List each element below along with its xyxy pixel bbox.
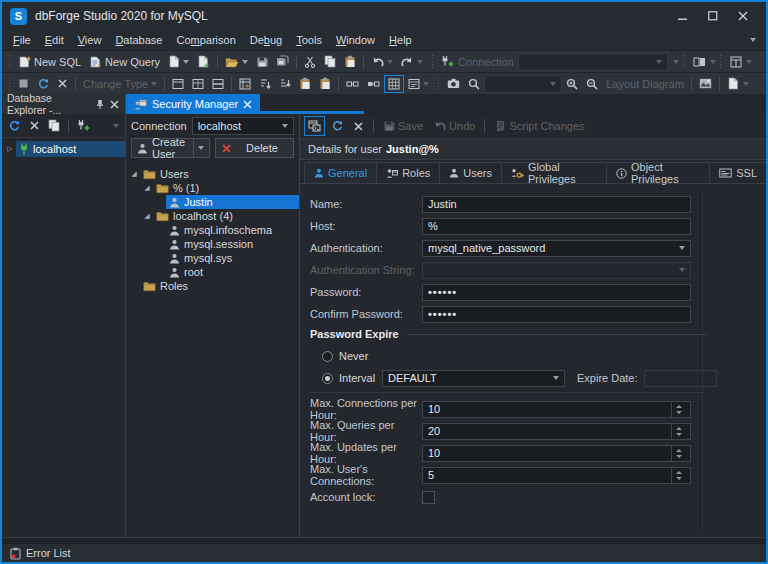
script-window-button[interactable] (304, 116, 325, 136)
toolbar-overflow-caret-icon[interactable] (673, 60, 679, 64)
tree-expander-icon[interactable]: ▷ (4, 145, 16, 153)
script-changes-button[interactable]: Script Changes (490, 116, 588, 136)
undo-button[interactable] (367, 53, 397, 71)
password-input[interactable]: •••••• (422, 284, 691, 301)
details-close-button[interactable] (349, 116, 368, 136)
save-button[interactable] (252, 53, 272, 71)
stop-button[interactable] (14, 75, 33, 93)
grid-view-button[interactable] (384, 75, 404, 93)
tab-roles[interactable]: Roles (376, 162, 440, 183)
menu-item-window[interactable]: Window (329, 32, 382, 48)
explorer-overflow-caret-icon[interactable] (113, 124, 119, 128)
tree-item-mysql-sys[interactable]: mysql.sys (126, 251, 299, 265)
explorer-refresh-button[interactable] (5, 117, 23, 135)
spinner-arrows-icon[interactable] (671, 446, 685, 461)
create-user-dropdown[interactable] (193, 139, 204, 157)
new-sql-button[interactable]: New SQL (14, 53, 85, 71)
redo-button[interactable] (397, 53, 427, 71)
spinner-arrows-icon[interactable] (671, 402, 685, 417)
connection-combobox[interactable] (518, 53, 668, 71)
export-image-button[interactable] (695, 75, 716, 93)
max-updates-per-hour-stepper[interactable]: 10 (422, 445, 691, 462)
host-input[interactable]: % (422, 218, 691, 235)
new-query-button[interactable]: New Query (85, 53, 164, 71)
account-lock-checkbox[interactable] (422, 491, 435, 504)
menu-item-comparison[interactable]: Comparison (169, 32, 242, 48)
sort-asc-button[interactable] (255, 75, 275, 93)
zoom-out-button[interactable] (582, 75, 602, 93)
never-radio[interactable] (322, 351, 333, 362)
spinner-arrows-icon[interactable] (671, 424, 685, 439)
close-document-button[interactable] (53, 75, 72, 93)
tree-expander-icon[interactable]: ◢ (141, 212, 153, 220)
security-connection-combobox[interactable]: localhost (192, 117, 294, 135)
result-view-button[interactable] (188, 75, 208, 93)
screenshot-button[interactable] (443, 75, 464, 93)
minimize-button[interactable] (668, 5, 698, 27)
tree-item-justin[interactable]: Justin (126, 195, 299, 209)
pivot-button[interactable] (235, 75, 255, 93)
delete-user-button[interactable]: Delete (215, 138, 294, 158)
menu-item-database[interactable]: Database (108, 32, 169, 48)
toolbar-overflow-caret-icon[interactable] (746, 60, 752, 64)
tree-item-mysql-session[interactable]: mysql.session (126, 237, 299, 251)
explorer-duplicate-button[interactable] (45, 117, 63, 135)
create-user-button[interactable]: Create User (131, 138, 210, 158)
new-window-button[interactable]: "> (193, 53, 214, 71)
tab-users[interactable]: Users (439, 162, 502, 183)
details-undo-button[interactable]: Undo (429, 116, 479, 136)
open-file-button[interactable] (221, 53, 252, 71)
tree-expander-icon[interactable]: ◢ (128, 170, 140, 178)
maximize-button[interactable] (698, 5, 728, 27)
change-type-button[interactable]: Change Type (79, 75, 161, 93)
tree-item-roles[interactable]: Roles (126, 279, 299, 293)
new-connection-button[interactable] (437, 53, 458, 71)
menu-item-help[interactable]: Help (382, 32, 419, 48)
confirm-password-input[interactable]: •••••• (422, 306, 691, 323)
layout-diagram-button[interactable]: Layout Diagram (602, 75, 688, 93)
paste-append-button[interactable] (315, 75, 335, 93)
spinner-arrows-icon[interactable] (671, 468, 685, 483)
close-button[interactable] (728, 5, 758, 27)
split-view-button[interactable] (208, 75, 228, 93)
cut-button[interactable] (300, 53, 320, 71)
toolbar-overflow-caret-icon[interactable] (743, 82, 749, 86)
paste-special-button[interactable] (295, 75, 315, 93)
details-refresh-button[interactable] (327, 116, 347, 136)
tab-object-privileges[interactable]: Object Privileges (606, 162, 710, 183)
menu-item-tools[interactable]: Tools (289, 32, 329, 48)
find-button[interactable] (464, 75, 484, 93)
max-connections-per-hour-stepper[interactable]: 10 (422, 401, 691, 418)
save-all-button[interactable] (272, 53, 293, 71)
link-prev-button[interactable] (342, 75, 363, 93)
details-save-button[interactable]: Save (379, 116, 427, 136)
error-list-label[interactable]: Error List (26, 547, 71, 559)
authentication-combobox[interactable]: mysql_native_password (422, 240, 691, 257)
explorer-close-icon[interactable] (109, 99, 120, 110)
pin-icon[interactable] (95, 99, 105, 110)
form-view-button[interactable] (168, 75, 188, 93)
menu-item-edit[interactable]: Edit (38, 32, 71, 48)
zoom-in-button[interactable] (562, 75, 582, 93)
card-view-button[interactable] (404, 75, 433, 93)
copy-button[interactable] (320, 53, 340, 71)
toolbar-overflow-caret-icon[interactable] (710, 60, 716, 64)
tree-item-users[interactable]: ◢Users (126, 167, 299, 181)
tree-item-root[interactable]: root (126, 265, 299, 279)
menu-item-view[interactable]: View (71, 32, 109, 48)
menu-item-file[interactable]: File (6, 32, 38, 48)
tab-general[interactable]: General (304, 162, 377, 183)
menu-overflow-caret-icon[interactable] (750, 38, 756, 42)
tree-item-1[interactable]: ◢% (1) (126, 181, 299, 195)
interval-combobox[interactable]: DEFAULT (382, 370, 565, 387)
tab-global-privileges[interactable]: Global Privileges (501, 162, 607, 183)
window-layout-button[interactable] (726, 53, 746, 71)
menu-item-debug[interactable]: Debug (243, 32, 289, 48)
paste-button[interactable] (340, 53, 360, 71)
new-document-button[interactable] (164, 53, 193, 71)
explorer-disconnect-button[interactable] (25, 117, 43, 135)
tab-close-icon[interactable] (243, 100, 252, 109)
tree-item-mysql-infoschema[interactable]: mysql.infoschema (126, 223, 299, 237)
tree-item-localhost-4[interactable]: ◢localhost (4) (126, 209, 299, 223)
interval-radio[interactable] (322, 373, 333, 384)
